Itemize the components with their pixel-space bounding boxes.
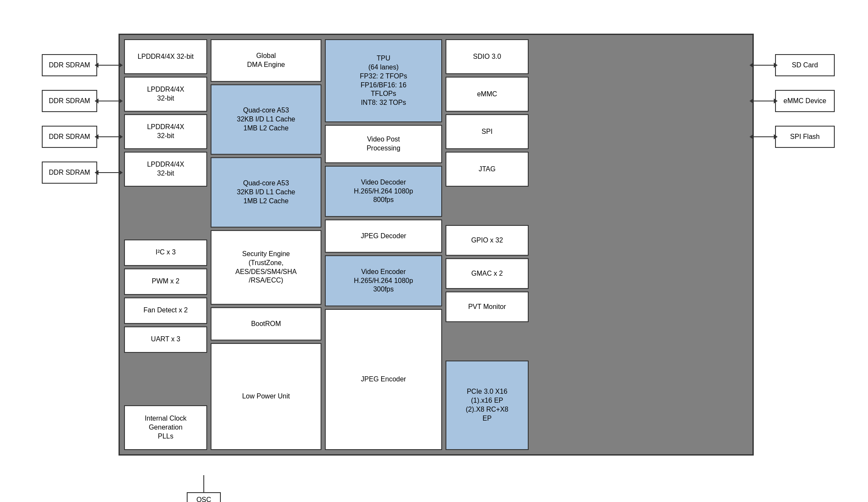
diagram-wrapper: LPDDR4/4X 32-bit LPDDR4/4X32-bit LPDDR4/… (29, 17, 839, 485)
lpddr-3: LPDDR4/4X32-bit (124, 114, 207, 149)
gpio: GPIO x 32 (446, 225, 529, 256)
spi: SPI (446, 114, 529, 149)
lpddr-2: LPDDR4/4X32-bit (124, 77, 207, 112)
emmc-device: eMMC Device (775, 90, 835, 112)
osc-area: OSC (187, 475, 221, 502)
video-post-processing: Video PostProcessing (325, 125, 442, 163)
arrow-spi (753, 136, 774, 137)
lpddr-1: LPDDR4/4X 32-bit (124, 39, 207, 74)
quad-core-a53-2: Quad-core A5332KB I/D L1 Cache1MB L2 Cac… (211, 157, 321, 228)
jpeg-decoder: JPEG Decoder (325, 219, 442, 253)
quad-core-a53-1: Quad-core A5332KB I/D L1 Cache1MB L2 Cac… (211, 84, 321, 155)
arrow-ddr-4 (98, 172, 119, 173)
osc-line-top (203, 475, 204, 492)
chip-main: LPDDR4/4X 32-bit LPDDR4/4X32-bit LPDDR4/… (119, 34, 754, 456)
arrow-ddr-1 (98, 65, 119, 66)
jtag: JTAG (446, 152, 529, 187)
security-engine: Security Engine(TrustZone,AES/DES/SM4/SH… (211, 230, 321, 305)
bootrom: BootROM (211, 307, 321, 340)
fan-detect: Fan Detect x 2 (124, 297, 207, 324)
col-4: SDIO 3.0 eMMC SPI JTAG GPIO x 32 GMAC x … (446, 39, 529, 450)
pvt-monitor: PVT Monitor (446, 291, 529, 322)
lpddr-4: LPDDR4/4X32-bit (124, 152, 207, 187)
gmac: GMAC x 2 (446, 258, 529, 289)
col-3: TPU(64 lanes)FP32: 2 TFOPsFP16/BF16: 16T… (325, 39, 442, 450)
video-decoder: Video DecoderH.265/H.264 1080p800fps (325, 166, 442, 217)
ddr-sdram-2: DDR SDRAM (42, 90, 97, 112)
arrow-ddr-3 (98, 136, 119, 137)
pwm: PWM x 2 (124, 268, 207, 295)
uart: UART x 3 (124, 326, 207, 353)
osc-box: OSC (187, 492, 221, 502)
ddr-sdram-4: DDR SDRAM (42, 162, 97, 184)
sd-card: SD Card (775, 54, 835, 76)
clock-gen: Internal ClockGenerationPLLs (124, 405, 207, 450)
spi-flash: SPI Flash (775, 126, 835, 148)
global-dma: GlobalDMA Engine (211, 39, 321, 82)
sdio: SDIO 3.0 (446, 39, 529, 74)
i2c: I²C x 3 (124, 239, 207, 266)
ddr-sdram-1: DDR SDRAM (42, 54, 97, 76)
col-1: LPDDR4/4X 32-bit LPDDR4/4X32-bit LPDDR4/… (124, 39, 207, 450)
arrow-ddr-2 (98, 101, 119, 101)
arrow-emmc (753, 101, 774, 101)
arrow-sdio (753, 65, 774, 66)
pcie: PCIe 3.0 X16(1).x16 EP(2).X8 RC+X8EP (446, 361, 529, 450)
tpu: TPU(64 lanes)FP32: 2 TFOPsFP16/BF16: 16T… (325, 39, 442, 122)
jpeg-encoder: JPEG Encoder (325, 309, 442, 450)
low-power-unit: Low Power Unit (211, 343, 321, 450)
col-2: GlobalDMA Engine Quad-core A5332KB I/D L… (211, 39, 321, 450)
video-encoder: Video EncoderH.265/H.264 1080p300fps (325, 255, 442, 306)
emmc: eMMC (446, 77, 529, 112)
ddr-sdram-3: DDR SDRAM (42, 126, 97, 148)
